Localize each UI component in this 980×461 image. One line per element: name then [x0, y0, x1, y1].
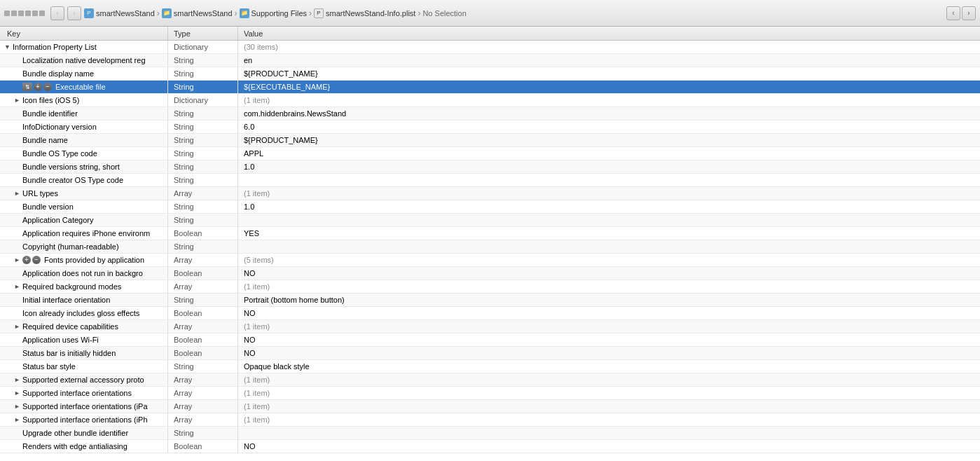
table-row[interactable]: Application does not run in backgroBoole… [0, 267, 980, 280]
cell-key: Bundle creator OS Type code [0, 174, 168, 186]
table-row[interactable]: Bundle nameString${PRODUCT_NAME} [0, 134, 980, 147]
cell-key: Bundle name [0, 134, 168, 146]
cell-key: Information Property List [0, 41, 168, 53]
add-item-button[interactable]: + [34, 83, 42, 91]
table-row[interactable]: Application CategoryString [0, 214, 980, 227]
expand-arrow-icon[interactable] [14, 323, 21, 330]
value-label: Opaque black style [244, 362, 310, 371]
expand-arrow-icon[interactable] [14, 403, 21, 410]
cell-type: Boolean [168, 333, 238, 346]
breadcrumb-label: smartNewsStand-Info.plist [326, 9, 415, 18]
table-row[interactable]: Bundle display nameString${PRODUCT_NAME} [0, 67, 980, 81]
table-row[interactable]: Icon files (iOS 5)Dictionary(1 item) [0, 94, 980, 107]
next-nav-button[interactable]: › [962, 6, 976, 20]
cell-type: Dictionary [168, 41, 238, 53]
remove-font-button[interactable]: − [32, 256, 41, 264]
breadcrumb-item-supporting[interactable]: 📁 Supporting Files [240, 8, 308, 18]
cell-type: Boolean [168, 440, 238, 453]
add-font-button[interactable]: + [22, 256, 31, 264]
cell-value: (1 item) [238, 280, 980, 293]
key-label: Bundle creator OS Type code [22, 176, 123, 184]
type-label: Boolean [174, 349, 202, 357]
cell-key: Upgrade other bundle identifier [0, 427, 168, 439]
table-row[interactable]: Initial interface orientationStringPortr… [0, 294, 980, 307]
expand-arrow-icon[interactable] [14, 376, 21, 383]
back-button[interactable]: ‹ [50, 6, 64, 20]
expand-arrow-icon[interactable] [4, 43, 11, 50]
breadcrumb-item-project[interactable]: P smartNewsStand [84, 8, 155, 18]
table-row[interactable]: +−Fonts provided by applicationArray(5 i… [0, 254, 980, 267]
table-row[interactable]: Supported interface orientations (iPhArr… [0, 413, 980, 427]
key-label: Bundle version [22, 202, 74, 211]
cell-key: Copyright (human-readable) [0, 240, 168, 253]
remove-item-button[interactable]: − [43, 83, 52, 91]
updown-button[interactable]: ⇅ [22, 83, 32, 91]
expand-arrow-icon[interactable] [14, 190, 21, 197]
breadcrumb-separator: › [309, 8, 312, 18]
table-row[interactable]: Supported interface orientationsArray(1 … [0, 387, 980, 400]
table-row[interactable]: Upgrade other bundle identifierString [0, 427, 980, 440]
plist-table: Information Property ListDictionary(30 i… [0, 41, 980, 461]
key-label: Executable file [55, 83, 106, 91]
table-row[interactable]: Application requires iPhone environmBool… [0, 227, 980, 240]
breadcrumb-item-plist[interactable]: P smartNewsStand-Info.plist [314, 8, 415, 18]
breadcrumb-separator: › [157, 8, 160, 18]
table-row[interactable]: Bundle versions string, shortString1.0 [0, 160, 980, 174]
value-label: 6.0 [244, 123, 254, 131]
table-row[interactable]: Bundle identifierStringcom.hiddenbrains.… [0, 107, 980, 121]
key-label: Supported interface orientations [22, 389, 132, 397]
table-row[interactable]: Renders with edge antialiasingBooleanNO [0, 440, 980, 453]
cell-value: NO [238, 307, 980, 319]
value-label: NO [244, 269, 256, 277]
expand-arrow-icon[interactable] [14, 390, 21, 397]
cell-type: String [168, 214, 238, 226]
table-row[interactable]: URL typesArray(1 item) [0, 187, 980, 200]
cell-key: URL types [0, 187, 168, 200]
type-label: String [174, 202, 194, 211]
breadcrumb-item-folder[interactable]: 📁 smartNewsStand [162, 8, 233, 18]
handle-dot [11, 11, 17, 16]
table-row[interactable]: Localization native development regStrin… [0, 54, 980, 67]
table-row[interactable]: Required device capabilitiesArray(1 item… [0, 320, 980, 333]
table-row[interactable]: Application uses Wi-FiBooleanNO [0, 333, 980, 347]
table-row[interactable]: Information Property ListDictionary(30 i… [0, 41, 980, 54]
table-row[interactable]: Icon already includes gloss effectsBoole… [0, 307, 980, 320]
expand-arrow-icon[interactable] [14, 416, 21, 423]
project-icon: P [84, 8, 94, 18]
table-row[interactable]: InfoDictionary versionString6.0 [0, 121, 980, 134]
type-label: Array [174, 282, 192, 291]
cell-value: en [238, 54, 980, 67]
expand-arrow-icon[interactable] [14, 283, 21, 290]
type-label: String [174, 109, 194, 118]
type-label: String [174, 136, 194, 144]
expand-arrow-icon[interactable] [14, 256, 21, 263]
key-label: Localization native development reg [22, 56, 146, 64]
table-row[interactable]: Bundle OS Type codeStringAPPL [0, 147, 980, 160]
value-label: (1 item) [244, 415, 270, 424]
value-label: NO [244, 309, 256, 317]
cell-type: String [168, 54, 238, 67]
cell-key: Bundle identifier [0, 107, 168, 120]
cell-type: String [168, 360, 238, 373]
type-label: String [174, 56, 194, 64]
table-row[interactable]: Status bar is initially hiddenBooleanNO [0, 347, 980, 360]
table-row[interactable]: Supported interface orientations (iPaArr… [0, 400, 980, 413]
table-row[interactable]: Required background modesArray(1 item) [0, 280, 980, 294]
expand-arrow-icon[interactable] [14, 97, 21, 104]
table-row[interactable]: Copyright (human-readable)String [0, 240, 980, 254]
row-controls: ⇅+− [22, 83, 52, 91]
cell-type: Array [168, 400, 238, 413]
row-add-remove-controls: +− [22, 256, 41, 264]
forward-button[interactable]: › [67, 6, 81, 20]
cell-value: ${EXECUTABLE_NAME} [238, 81, 980, 93]
table-row[interactable]: Status bar styleStringOpaque black style [0, 360, 980, 373]
type-label: Boolean [174, 229, 202, 238]
table-row[interactable]: Supported external accessory protoArray(… [0, 373, 980, 387]
table-row[interactable]: Bundle versionString1.0 [0, 200, 980, 214]
prev-nav-button[interactable]: ‹ [946, 6, 960, 20]
cell-key: Bundle display name [0, 67, 168, 80]
table-row[interactable]: Bundle creator OS Type codeString [0, 174, 980, 187]
table-row[interactable]: ⇅+−Executable fileString${EXECUTABLE_NAM… [0, 81, 980, 94]
cell-type: Boolean [168, 267, 238, 280]
breadcrumb-label: smartNewsStand [96, 9, 155, 18]
